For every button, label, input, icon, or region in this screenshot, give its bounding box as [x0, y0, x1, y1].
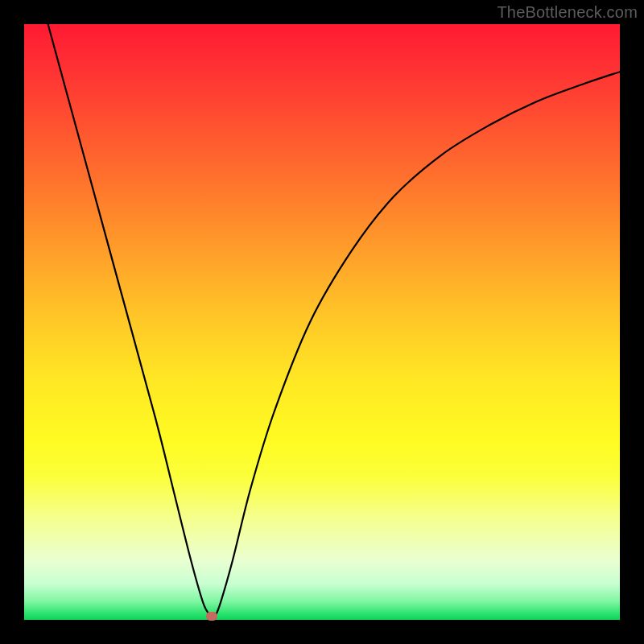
- watermark-text: TheBottleneck.com: [497, 3, 638, 22]
- chart-plot-area: [24, 24, 620, 620]
- optimal-point-marker: [206, 612, 217, 621]
- bottleneck-curve: [24, 24, 620, 620]
